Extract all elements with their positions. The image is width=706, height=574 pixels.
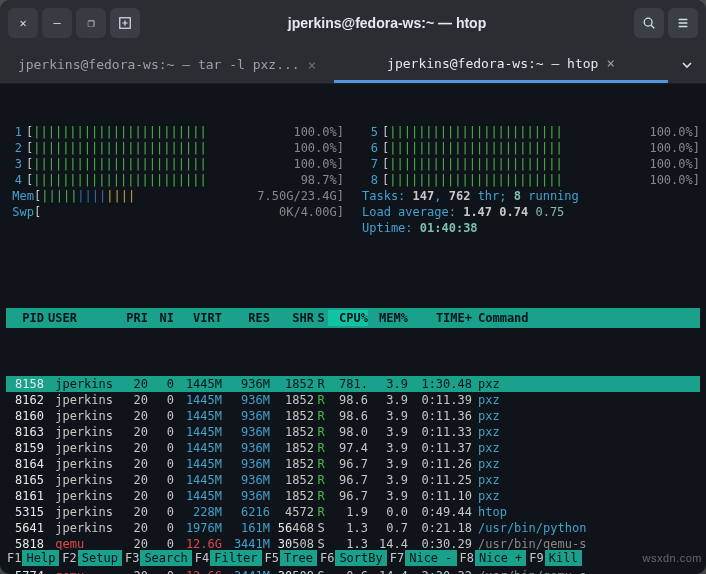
tasks-stat: Tasks: 147, 762 thr; 8 running [362,188,700,204]
watermark: wsxdn.com [642,552,702,564]
col-time: TIME+ [408,310,472,326]
process-row[interactable]: 8159 jperkins2001445M936M1852R97.43.90:1… [6,440,700,456]
cpu-meter: 7 [||||||||||||||||||||||||100.0%] [362,156,700,172]
loadavg-stat: Load average: 1.47 0.74 0.75 [362,204,700,220]
col-mem: MEM% [368,310,408,326]
chevron-down-icon [681,59,693,71]
process-row[interactable]: 5315 jperkins200228M62164572R1.90.00:49.… [6,504,700,520]
process-row[interactable]: 8161 jperkins2001445M936M1852R96.73.90:1… [6,488,700,504]
meters: 1 [||||||||||||||||||||||||100.0%]2 [|||… [6,124,700,236]
col-pri: PRI [118,310,148,326]
process-row[interactable]: 5774 qemu20012.6G3441M30508S0.614.42:30.… [6,568,700,574]
cpu-meter: 1 [||||||||||||||||||||||||100.0%] [6,124,344,140]
process-row[interactable]: 8160 jperkins2001445M936M1852R98.63.90:1… [6,408,700,424]
process-row[interactable]: 8164 jperkins2001445M936M1852R96.73.90:1… [6,456,700,472]
col-virt: VIRT [174,310,222,326]
svg-line-4 [651,25,654,28]
process-row[interactable]: 8163 jperkins2001445M936M1852R98.03.90:1… [6,424,700,440]
terminal-content[interactable]: 1 [||||||||||||||||||||||||100.0%]2 [|||… [0,84,706,574]
search-icon [642,16,656,30]
uptime-stat: Uptime: 01:40:38 [362,220,700,236]
col-cpu: CPU% [328,310,368,326]
col-cmd: Command [472,310,700,326]
cpu-meter: 4 [||||||||||||||||||||||||98.7%] [6,172,344,188]
cpu-meter: 6 [||||||||||||||||||||||||100.0%] [362,140,700,156]
menu-button[interactable] [668,8,698,38]
fkey-sortby[interactable]: F6SortBy [319,550,389,566]
col-user: USER [48,310,118,326]
window-title: jperkins@fedora-ws:~ — htop [144,16,630,30]
tab-dropdown-button[interactable] [668,46,706,83]
terminal-window: ✕ – ❐ jperkins@fedora-ws:~ — htop jperki… [0,0,706,574]
cpu-meter: 3 [||||||||||||||||||||||||100.0%] [6,156,344,172]
cpu-meter: 5 [||||||||||||||||||||||||100.0%] [362,124,700,140]
fkey-help[interactable]: F1Help [6,550,61,566]
maximize-window-button[interactable]: ❐ [76,8,106,38]
fkey-setup[interactable]: F2Setup [61,550,124,566]
fkey-tree[interactable]: F5Tree [264,550,319,566]
new-tab-button[interactable] [110,8,140,38]
cpu-meter: 8 [||||||||||||||||||||||||100.0%] [362,172,700,188]
tab-htop[interactable]: jperkins@fedora-ws:~ — htop × [334,46,668,83]
col-pid: PID [6,310,48,326]
process-row[interactable]: 8165 jperkins2001445M936M1852R96.73.90:1… [6,472,700,488]
fkey-filter[interactable]: F4Filter [194,550,264,566]
minimize-window-button[interactable]: – [42,8,72,38]
search-button[interactable] [634,8,664,38]
svg-point-3 [644,18,652,26]
tab-close-icon[interactable]: × [308,58,316,72]
mem-meter: Mem[|||||||||||||7.50G/23.4G] [6,188,344,204]
process-row[interactable]: 5641 jperkins2001976M161M56468S1.30.70:2… [6,520,700,536]
fkey-kill[interactable]: F9Kill [528,550,583,566]
fkey-nice-[interactable]: F7Nice - [389,550,459,566]
tab-close-icon[interactable]: × [606,56,614,70]
cpu-meter: 2 [||||||||||||||||||||||||100.0%] [6,140,344,156]
process-row[interactable]: 8162 jperkins2001445M936M1852R98.63.90:1… [6,392,700,408]
function-key-bar: F1HelpF2SetupF3SearchF4FilterF5TreeF6Sor… [6,550,700,566]
titlebar: ✕ – ❐ jperkins@fedora-ws:~ — htop [0,0,706,46]
tab-tar[interactable]: jperkins@fedora-ws:~ — tar -l pxz... × [0,46,334,83]
new-tab-icon [118,16,132,30]
tab-bar: jperkins@fedora-ws:~ — tar -l pxz... × j… [0,46,706,84]
fkey-search[interactable]: F3Search [124,550,194,566]
col-ni: NI [148,310,174,326]
tab-label: jperkins@fedora-ws:~ — tar -l pxz... [18,58,300,71]
tab-label: jperkins@fedora-ws:~ — htop [387,57,598,70]
hamburger-icon [676,16,690,30]
col-s: S [314,310,328,326]
fkey-nice+[interactable]: F8Nice + [459,550,529,566]
col-shr: SHR [270,310,314,326]
close-window-button[interactable]: ✕ [8,8,38,38]
swap-meter: Swp[0K/4.00G] [6,204,344,220]
col-res: RES [222,310,270,326]
process-row[interactable]: 8158 jperkins2001445M936M1852R781.3.91:3… [6,376,700,392]
process-list: 8158 jperkins2001445M936M1852R781.3.91:3… [6,376,700,574]
process-header[interactable]: PID USER PRI NI VIRT RES SHR S CPU% MEM%… [6,308,700,328]
